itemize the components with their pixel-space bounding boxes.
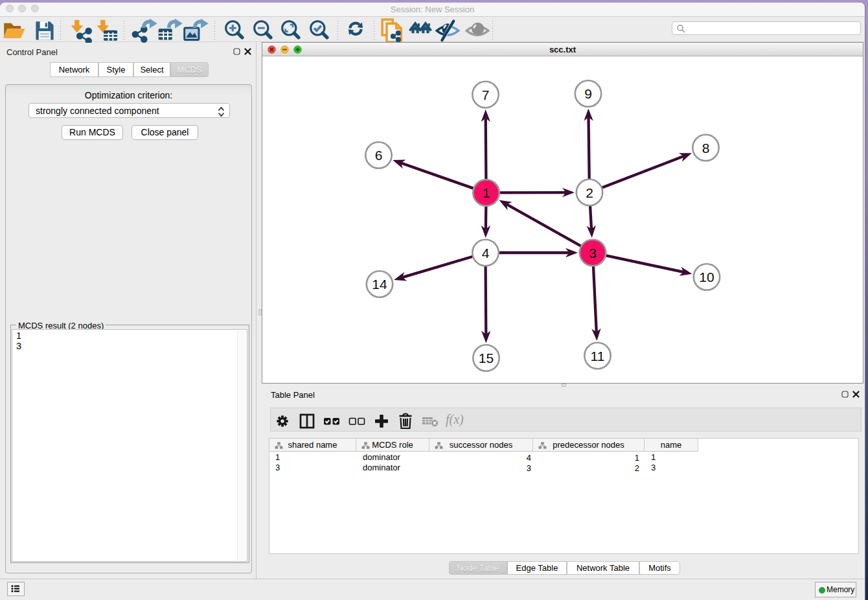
svg-text:4: 4 [482,246,490,260]
svg-text:3: 3 [589,246,597,260]
svg-text:15: 15 [479,351,494,365]
svg-text:7: 7 [482,87,490,102]
svg-text:10: 10 [699,270,714,284]
svg-text:6: 6 [375,148,383,163]
svg-text:9: 9 [584,86,592,101]
svg-text:14: 14 [372,277,387,292]
svg-text:11: 11 [591,349,605,363]
svg-text:1: 1 [483,185,490,200]
svg-text:2: 2 [586,185,593,200]
svg-text:8: 8 [702,141,710,156]
